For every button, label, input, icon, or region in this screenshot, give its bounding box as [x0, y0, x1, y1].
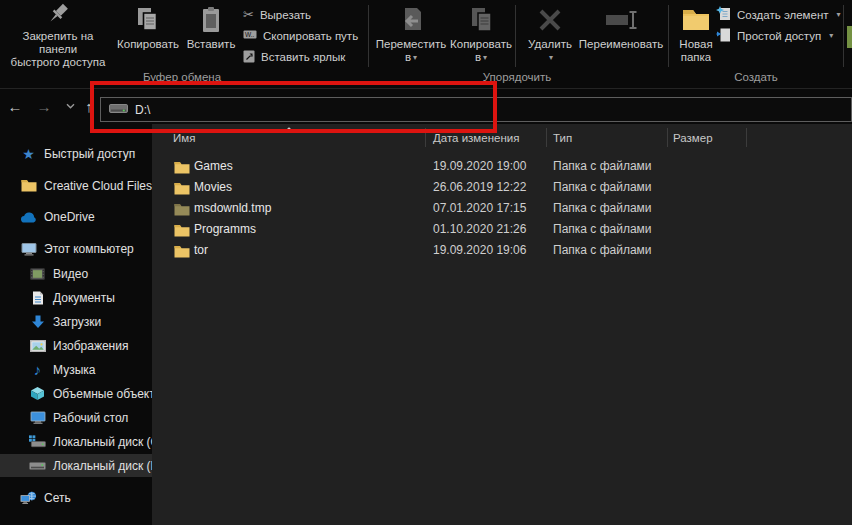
dropdown-arrow-icon: ▾	[837, 10, 841, 19]
file-explorer-window: Закрепить на панели быстрого доступа Коп…	[0, 0, 852, 525]
column-separator[interactable]	[425, 128, 426, 147]
column-separator[interactable]	[667, 128, 668, 147]
this-pc-icon	[20, 242, 37, 256]
disk-icon	[29, 461, 46, 471]
sidebar-item-local-disk-d[interactable]: Локальный диск (D:)	[0, 454, 152, 477]
forward-button[interactable]: →	[33, 95, 55, 117]
copy-to-icon	[468, 2, 494, 38]
address-bar[interactable]: D:\	[100, 97, 852, 122]
column-header-name[interactable]: Имя	[173, 127, 195, 149]
sidebar-item-downloads[interactable]: Загрузки	[0, 310, 152, 333]
ribbon-group-label-clipboard: Буфер обмена	[122, 71, 242, 87]
copy-path-button[interactable]: W.. Скопировать путь	[243, 25, 367, 46]
rename-button[interactable]: Переименовать	[580, 2, 662, 68]
quick-access-star-icon: ★	[20, 147, 37, 161]
pictures-icon	[29, 340, 46, 352]
easy-access-icon	[716, 27, 731, 44]
address-path: D:\	[135, 103, 150, 117]
documents-icon	[29, 291, 46, 305]
pin-icon	[45, 2, 71, 30]
dropdown-arrow-icon: ▾	[483, 51, 487, 64]
copy-icon	[136, 2, 160, 38]
ribbon-separator	[843, 5, 844, 67]
move-to-button[interactable]: Переместить в▾	[374, 2, 448, 68]
new-item-icon	[716, 6, 731, 23]
cut-button[interactable]: ✂ Вырезать	[243, 4, 367, 25]
ribbon-group-label-organize: Упорядочить	[457, 71, 577, 87]
network-icon	[20, 491, 37, 505]
sidebar-item-music[interactable]: ♪ Музыка	[0, 358, 152, 381]
desktop-icon	[29, 411, 46, 424]
disk-c-windows-icon	[29, 435, 46, 448]
column-header-type[interactable]: Тип	[553, 127, 572, 149]
column-header-size[interactable]: Размер	[673, 127, 713, 149]
paste-shortcut-button[interactable]: Вставить ярлык	[243, 46, 367, 67]
ribbon-separator	[368, 5, 369, 67]
onedrive-cloud-icon	[20, 211, 37, 223]
copy-to-button[interactable]: Копировать в▾	[449, 2, 513, 68]
file-row-msdownld[interactable]: msdownld.tmp 07.01.2020 17:15 Папка с фа…	[152, 198, 852, 219]
sort-ascending-icon	[283, 122, 295, 136]
column-header-date[interactable]: Дата изменения	[433, 127, 519, 149]
drive-icon	[109, 103, 128, 117]
dropdown-arrow-icon: ▾	[829, 31, 833, 40]
up-button[interactable]: ↑	[78, 95, 100, 117]
cube-icon	[29, 386, 46, 401]
column-separator[interactable]	[546, 128, 547, 147]
file-row-games[interactable]: Games 19.09.2020 19:00 Папка с файлами	[152, 156, 852, 177]
sidebar-item-3d-objects[interactable]: Объемные объекты	[0, 382, 152, 405]
ribbon-separator	[668, 5, 669, 67]
easy-access-button[interactable]: Простой доступ ▾	[716, 25, 848, 46]
sidebar-item-creative-cloud-files[interactable]: Creative Cloud Files	[0, 174, 152, 197]
sidebar-item-pictures[interactable]: Изображения	[0, 334, 152, 357]
paste-icon	[200, 2, 222, 38]
file-row-tor[interactable]: tor 19.09.2020 19:06 Папка с файлами	[152, 240, 852, 261]
file-list-pane: Имя Дата изменения Тип Размер Games 19.0…	[152, 124, 852, 525]
sidebar-item-desktop[interactable]: Рабочий стол	[0, 406, 152, 429]
paste-button[interactable]: Вставить	[182, 2, 240, 68]
videos-icon	[29, 268, 46, 280]
delete-button[interactable]: Удалить ▾	[521, 2, 579, 68]
folder-icon	[174, 244, 190, 265]
sidebar-item-network[interactable]: Сеть	[0, 486, 152, 509]
new-folder-button[interactable]: Новая папка	[672, 2, 720, 68]
copy-path-icon: W..	[243, 29, 257, 42]
scissors-icon: ✂	[243, 7, 254, 22]
sidebar-item-quick-access[interactable]: ★ Быстрый доступ	[0, 142, 152, 165]
file-row-programms[interactable]: Programms 01.10.2020 21:26 Папка с файла…	[152, 219, 852, 240]
dropdown-arrow-icon: ▾	[549, 51, 553, 64]
new-folder-icon	[681, 2, 711, 38]
pin-to-quick-access-button[interactable]: Закрепить на панели быстрого доступа	[2, 2, 114, 68]
rename-icon	[603, 2, 639, 38]
sidebar-item-documents[interactable]: Документы	[0, 286, 152, 309]
file-row-movies[interactable]: Movies 26.06.2019 12:22 Папка с файлами	[152, 177, 852, 198]
move-to-icon	[397, 2, 425, 38]
navigation-bar: ← → ↑ D:\	[0, 89, 852, 124]
ribbon-separator	[515, 5, 516, 67]
column-separator[interactable]	[746, 128, 747, 147]
folder-icon	[20, 179, 37, 192]
sidebar-item-local-disk-c[interactable]: Локальный диск (C:)	[0, 430, 152, 453]
sidebar-item-this-pc[interactable]: Этот компьютер	[0, 237, 152, 260]
paste-shortcut-icon	[243, 49, 255, 65]
ribbon-group-label-create: Создать	[696, 71, 816, 87]
back-button[interactable]: ←	[4, 95, 26, 117]
ribbon-toolbar: Закрепить на панели быстрого доступа Коп…	[0, 0, 852, 89]
new-item-button[interactable]: Создать элемент ▾	[716, 4, 848, 25]
sidebar-item-videos[interactable]: Видео	[0, 262, 152, 285]
sidebar-item-onedrive[interactable]: OneDrive	[0, 205, 152, 228]
delete-icon	[537, 2, 563, 38]
sidebar-navigation: ★ Быстрый доступ Creative Cloud Files On…	[0, 124, 152, 525]
downloads-arrow-icon	[29, 315, 46, 329]
music-note-icon: ♪	[29, 362, 46, 377]
dropdown-arrow-icon: ▾	[413, 51, 417, 64]
copy-button[interactable]: Копировать	[116, 2, 180, 68]
svg-text:W..: W..	[245, 31, 255, 38]
next-group-icon-sliver	[847, 26, 852, 48]
